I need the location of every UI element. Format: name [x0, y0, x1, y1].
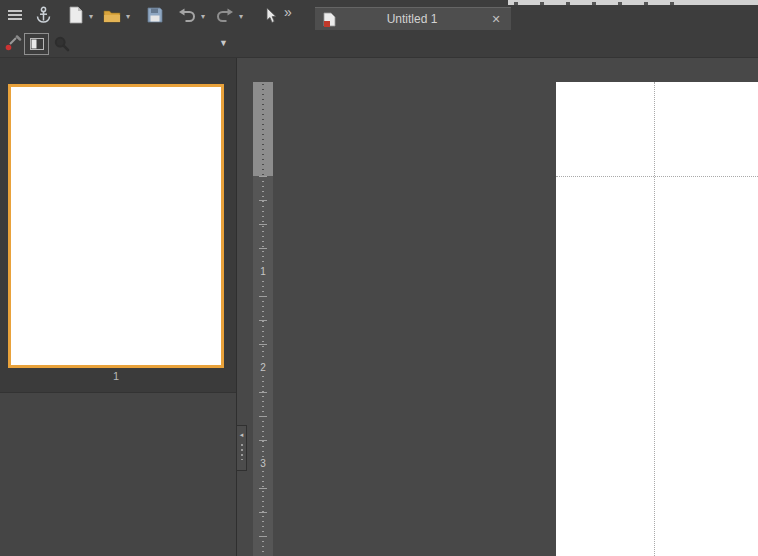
tab-document-icon	[323, 12, 336, 27]
open-caret-icon[interactable]: ▾	[123, 11, 133, 23]
anchor-button[interactable]	[31, 3, 55, 27]
vertical-ruler[interactable]: 1 2 3	[253, 58, 273, 556]
undo-caret-icon[interactable]: ▾	[198, 11, 208, 23]
save-button[interactable]	[143, 3, 167, 27]
vruler-label-3: 3	[253, 457, 273, 471]
tab-title: Untitled 1	[336, 12, 488, 26]
secondary-toolbar: ▼	[0, 30, 758, 58]
select-tool-button[interactable]	[258, 3, 282, 27]
redo-button[interactable]	[213, 3, 237, 27]
splitter-grip	[241, 444, 243, 460]
open-button[interactable]	[100, 3, 124, 27]
panel-splitter-handle[interactable]: ◂	[236, 425, 247, 471]
magnifier-icon	[54, 36, 70, 52]
app-window: 1 2 3 1 L 1 ◂	[0, 0, 758, 556]
panel-toggle-button[interactable]	[24, 33, 49, 55]
split-view-icon	[30, 38, 44, 50]
cropped-menubar-strip	[508, 0, 758, 5]
zoom-tool-button[interactable]	[50, 32, 74, 56]
margin-guide-horizontal	[556, 176, 758, 177]
toolbar-dropdown-icon[interactable]: ▼	[219, 38, 228, 48]
new-document-button[interactable]	[63, 3, 87, 27]
toolbar-overflow-icon[interactable]: »	[280, 0, 296, 24]
collapse-panel-icon[interactable]: ◂	[240, 426, 244, 444]
save-icon	[147, 7, 163, 23]
new-document-caret-icon[interactable]: ▾	[86, 11, 96, 23]
open-folder-icon	[103, 8, 121, 23]
vertical-ruler-margin-zone	[253, 82, 273, 176]
page-thumbnail-label: 1	[0, 370, 232, 382]
tab-close-button[interactable]: ✕	[488, 11, 504, 27]
redo-caret-icon[interactable]: ▾	[236, 11, 246, 23]
color-picker-button[interactable]	[1, 32, 25, 56]
undo-button[interactable]	[175, 3, 199, 27]
new-document-icon	[68, 6, 83, 24]
page-surface[interactable]	[556, 82, 758, 556]
color-picker-icon	[4, 35, 22, 53]
undo-icon	[178, 7, 196, 23]
hamburger-icon	[8, 8, 22, 22]
main-toolbar: ▾ ▾ ▾ ▾	[0, 0, 758, 30]
margin-guide-vertical	[654, 82, 655, 556]
document-tab[interactable]: Untitled 1 ✕	[315, 7, 511, 30]
menu-button[interactable]	[3, 3, 27, 27]
vruler-label-1: 1	[253, 265, 273, 279]
page-thumbnail[interactable]	[8, 84, 224, 368]
pages-panel: 1	[0, 58, 237, 556]
pages-panel-lower-area	[0, 392, 236, 556]
pointer-icon	[262, 7, 278, 24]
vruler-label-2: 2	[253, 361, 273, 375]
anchor-icon	[35, 6, 52, 24]
redo-icon	[216, 7, 234, 23]
